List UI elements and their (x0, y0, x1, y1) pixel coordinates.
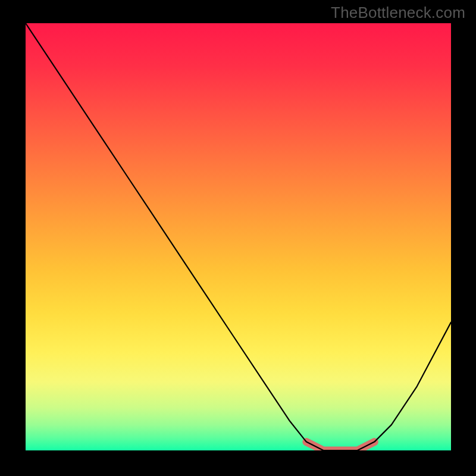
chart-frame: TheBottleneck.com (0, 0, 476, 476)
gradient-background (26, 23, 451, 450)
plot-svg (26, 23, 451, 450)
watermark-label: TheBottleneck.com (331, 4, 465, 22)
plot-area (26, 23, 451, 450)
